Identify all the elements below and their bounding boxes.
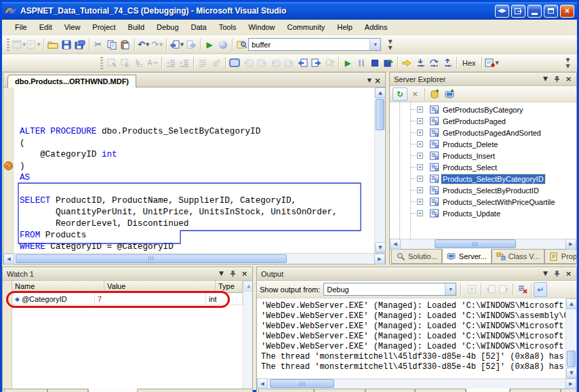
tab-immed-[interactable]: Immed... [415, 389, 466, 392]
open-file-button[interactable] [46, 37, 60, 52]
menu-item-tools[interactable]: Tools [213, 21, 243, 33]
menu-item-help[interactable]: Help [331, 21, 359, 33]
tree-item[interactable]: +GetProductsPagedAndSorted [390, 127, 576, 138]
scrollbar-thumb[interactable] [376, 99, 384, 130]
tree-item[interactable]: +Products_Select [390, 161, 576, 173]
toolbar-grip[interactable] [100, 57, 103, 69]
goto-related-button-1[interactable] [296, 56, 309, 71]
tree-item[interactable]: +Products_Insert [390, 150, 576, 161]
show-sql-pane-button[interactable] [132, 56, 146, 71]
new-query-button[interactable] [228, 56, 241, 71]
undo-button[interactable]: ↶▼ [137, 37, 151, 52]
delete-button[interactable]: × [407, 87, 422, 101]
tree-expander-icon[interactable]: + [417, 176, 423, 182]
scrollbar-thumb[interactable] [16, 254, 287, 263]
restart-button[interactable] [382, 56, 395, 71]
editor-body[interactable]: ALTER PROCEDURE dbo.Products_SelectByCat… [3, 87, 385, 253]
tab-comm-[interactable]: Comm... [365, 389, 416, 392]
menu-item-build[interactable]: Build [122, 21, 151, 33]
menu-item-view[interactable]: View [58, 21, 87, 33]
menu-item-data[interactable]: Data [185, 21, 213, 33]
server-explorer-titlebar[interactable]: Server Explorer ▼ × [390, 73, 576, 86]
tree-item[interactable]: +Products_Delete [390, 138, 576, 150]
auto-hide-pin-icon[interactable] [228, 269, 238, 279]
save-button[interactable] [60, 37, 73, 52]
window-position-icon[interactable]: ▼ [540, 75, 551, 84]
column-header-value[interactable]: Value [104, 281, 216, 293]
close-button[interactable]: × [560, 5, 574, 18]
tab-locals[interactable]: Locals [4, 389, 47, 392]
close-icon[interactable]: × [563, 269, 574, 279]
tree-expander-icon[interactable]: + [417, 199, 423, 205]
goto-message-button[interactable] [465, 282, 479, 297]
step-over-button[interactable] [427, 56, 441, 71]
scroll-right-icon[interactable]: ▶ [565, 239, 576, 250]
breakpoints-window-button[interactable]: ▼ [484, 56, 500, 71]
menu-item-project[interactable]: Project [86, 21, 121, 33]
tab-error-list[interactable]: Error List [561, 389, 577, 392]
tree-expander-icon[interactable]: + [417, 130, 423, 136]
decrease-indent-button[interactable] [164, 56, 178, 71]
paste-button[interactable] [119, 37, 132, 52]
toolbar-overflow-button[interactable]: ▼▼ [383, 37, 397, 52]
quick-find-button[interactable] [235, 37, 248, 52]
goto-previous-message-button[interactable] [483, 282, 497, 297]
output-text[interactable]: 'WebDev.WebServer.EXE' (Managed): Loaded… [257, 298, 565, 378]
scroll-up-icon[interactable]: ▲ [375, 87, 385, 98]
goto-next-message-button[interactable] [497, 282, 511, 297]
scroll-down-icon[interactable]: ▼ [566, 368, 576, 378]
scroll-right-icon[interactable]: ▶ [565, 378, 576, 389]
window-position-icon[interactable]: ▼ [216, 269, 226, 279]
tree-item[interactable]: +GetProductsByCategory [390, 104, 576, 115]
continue-button[interactable]: ▶ [341, 56, 355, 71]
editor-gutter[interactable] [3, 87, 14, 253]
tab-class-v-[interactable]: Class V... [492, 250, 544, 264]
menu-item-window[interactable]: Window [242, 21, 281, 33]
cut-button[interactable]: ✂ [92, 37, 105, 52]
watch-row[interactable]: ◆@CategoryID7int [12, 293, 243, 305]
sort-ascending-button[interactable]: A→ [146, 56, 159, 71]
tab-watch-1[interactable]: Watch 1 [88, 389, 138, 392]
output-titlebar[interactable]: Output ▼ × [257, 267, 576, 281]
editor-horizontal-scrollbar[interactable]: ◀ ▶ [3, 253, 385, 264]
pane-nav-button-3[interactable] [268, 56, 282, 71]
tree-horizontal-scrollbar[interactable]: ◀ ▶ [390, 239, 576, 249]
watch-vertical-scrollbar[interactable]: ▲ [243, 281, 253, 389]
tab-call-stack[interactable]: Call Stack [258, 389, 314, 392]
step-into-button[interactable] [414, 56, 427, 71]
tab-solutio-[interactable]: Solutio... [391, 250, 442, 264]
tree-item[interactable]: +GetProductsPaged [390, 115, 576, 127]
navigate-forward-button[interactable] [184, 37, 198, 52]
document-tab[interactable]: dbo.Products...ORTHWND.MDF) [7, 75, 136, 87]
show-next-statement-button[interactable] [400, 56, 414, 71]
output-source-combo[interactable]: Debug ▼ [323, 283, 456, 296]
auto-hide-pin-icon[interactable] [552, 269, 562, 279]
new-project-button[interactable]: ▼ [12, 37, 26, 52]
watch-value-cell[interactable]: 7 [95, 293, 206, 305]
redo-button[interactable]: ↷▼ [151, 37, 164, 52]
editor-vertical-scrollbar[interactable]: ▲ ▼ [374, 87, 385, 253]
show-criteria-pane-button[interactable] [119, 56, 132, 71]
show-diagram-pane-button[interactable] [105, 56, 119, 71]
find-combo[interactable]: buffer ▼ [248, 38, 381, 51]
auto-hide-pin-icon[interactable] [552, 75, 562, 84]
output-vertical-scrollbar[interactable]: ▲ ▼ [565, 298, 576, 378]
send-window-button[interactable] [511, 5, 525, 18]
tab-breakp-[interactable]: Breakp... [314, 389, 365, 392]
menu-item-community[interactable]: Community [281, 21, 332, 33]
stop-debugging-button[interactable] [368, 56, 382, 71]
pane-nav-button-2[interactable] [255, 56, 268, 71]
scrollbar-thumb[interactable] [567, 351, 576, 367]
copy-button[interactable] [105, 37, 119, 52]
toolbar-overflow-button[interactable]: ▼▼ [561, 56, 574, 71]
increase-indent-button[interactable] [178, 56, 191, 71]
tab-proper-[interactable]: Proper... [544, 250, 577, 264]
connect-to-database-button[interactable] [427, 87, 442, 101]
pane-nav-button-1[interactable] [241, 56, 255, 71]
tab-pendin-[interactable]: Pendin... [510, 389, 561, 392]
scroll-up-icon[interactable]: ▲ [243, 281, 253, 292]
output-source-dropdown-icon[interactable]: ▼ [445, 283, 456, 295]
save-all-button[interactable] [73, 37, 87, 52]
tab-autos[interactable]: Autos [47, 389, 88, 392]
minimize-button[interactable] [527, 5, 542, 18]
